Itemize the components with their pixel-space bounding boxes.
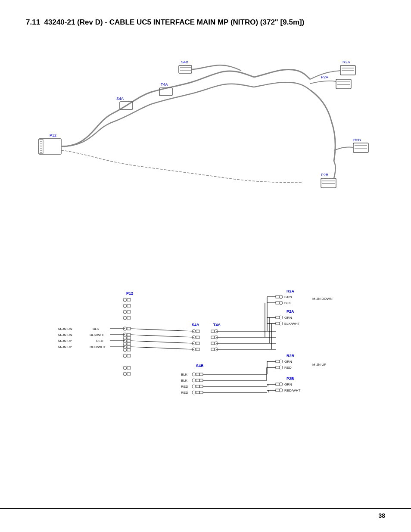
svg-line-93 xyxy=(131,335,194,337)
p12-pin10 xyxy=(123,372,131,376)
s4b-pin1r-sch xyxy=(199,373,203,376)
svg-text:M-JN UP: M-JN UP xyxy=(312,363,326,367)
svg-rect-136 xyxy=(199,373,203,376)
svg-rect-67 xyxy=(127,339,131,342)
svg-text:P2B: P2B xyxy=(286,376,294,381)
svg-rect-81 xyxy=(196,342,199,345)
svg-point-52 xyxy=(123,372,127,376)
svg-rect-127 xyxy=(196,379,199,382)
page-title: 7.11 43240-21 (Rev D) - CABLE UC5 INTERF… xyxy=(26,17,385,28)
svg-text:S4A: S4A xyxy=(192,323,199,327)
svg-rect-101 xyxy=(276,296,279,298)
svg-rect-125 xyxy=(196,373,199,376)
svg-point-128 xyxy=(192,385,196,388)
svg-rect-0 xyxy=(39,139,61,154)
svg-text:GRN: GRN xyxy=(284,383,292,386)
svg-point-156 xyxy=(279,389,283,392)
svg-point-50 xyxy=(123,366,127,370)
svg-rect-103 xyxy=(276,302,279,304)
svg-line-92 xyxy=(131,329,194,331)
svg-rect-88 xyxy=(211,342,215,345)
r2a-pin2-sch xyxy=(276,301,283,305)
svg-point-148 xyxy=(279,366,283,369)
p12-connector: P12 xyxy=(39,133,61,154)
svg-rect-29 xyxy=(321,178,336,188)
svg-rect-139 xyxy=(199,391,203,394)
svg-rect-90 xyxy=(211,348,215,351)
s4b-pin2-sch xyxy=(192,379,199,382)
svg-rect-41 xyxy=(127,317,131,319)
svg-point-126 xyxy=(192,379,196,382)
svg-rect-109 xyxy=(276,316,279,319)
svg-text:GRN: GRN xyxy=(284,316,292,320)
physical-diagram: P12 S4B S4A T4A xyxy=(26,36,385,277)
svg-rect-153 xyxy=(276,383,279,386)
svg-text:S4B: S4B xyxy=(181,60,188,64)
svg-rect-147 xyxy=(276,366,279,369)
svg-text:T4A: T4A xyxy=(213,323,221,327)
svg-point-146 xyxy=(279,360,283,363)
svg-text:M-JN DOWN: M-JN DOWN xyxy=(312,297,333,301)
svg-rect-51 xyxy=(127,367,131,369)
svg-point-102 xyxy=(279,295,283,299)
svg-text:BLK: BLK xyxy=(181,379,188,383)
svg-text:R2B: R2B xyxy=(286,354,295,358)
svg-text:R2A: R2A xyxy=(342,60,350,64)
svg-rect-47 xyxy=(127,348,131,351)
svg-rect-58 xyxy=(127,327,131,330)
svg-text:RED/WHT: RED/WHT xyxy=(284,389,300,392)
svg-rect-49 xyxy=(127,355,131,357)
svg-text:RED: RED xyxy=(284,366,292,370)
p12-pin8 xyxy=(123,354,131,358)
svg-text:GRN: GRN xyxy=(284,360,292,364)
s4b-pin4r-sch xyxy=(199,391,203,394)
svg-text:M-JN DN: M-JN DN xyxy=(58,333,72,337)
svg-text:BLK/WHT: BLK/WHT xyxy=(284,322,300,326)
schematic-diagram: P12 xyxy=(26,282,385,463)
p2a-pin2-sch xyxy=(276,322,283,325)
svg-rect-84 xyxy=(211,330,215,333)
svg-line-94 xyxy=(131,341,194,343)
svg-text:S4B: S4B xyxy=(196,364,204,368)
p12-pin2 xyxy=(123,304,131,308)
svg-text:S4A: S4A xyxy=(116,96,124,101)
svg-point-110 xyxy=(279,316,283,319)
svg-rect-39 xyxy=(127,311,131,313)
svg-text:P2B: P2B xyxy=(321,173,328,177)
svg-rect-155 xyxy=(276,389,279,392)
svg-text:RED/WHT: RED/WHT xyxy=(90,345,106,349)
svg-text:P12: P12 xyxy=(50,133,56,137)
svg-point-104 xyxy=(279,301,283,305)
r2a-pin1-sch xyxy=(276,295,283,299)
p12-pin4 xyxy=(123,316,131,320)
svg-text:BLK/WHT: BLK/WHT xyxy=(90,333,105,337)
svg-point-124 xyxy=(192,373,196,376)
svg-rect-138 xyxy=(199,385,203,388)
s4b-pin1-sch xyxy=(192,373,199,376)
s4b-pin3-sch xyxy=(192,385,199,388)
p12-pin9 xyxy=(123,366,131,370)
svg-text:BLK: BLK xyxy=(93,327,100,331)
svg-text:M-JN UP: M-JN UP xyxy=(58,345,72,349)
svg-text:P12: P12 xyxy=(126,291,133,296)
page-number: 38 xyxy=(378,512,385,519)
svg-text:RED: RED xyxy=(96,339,103,343)
svg-text:P2A: P2A xyxy=(286,309,294,314)
svg-rect-131 xyxy=(196,391,199,394)
svg-rect-9 xyxy=(179,65,192,73)
svg-rect-35 xyxy=(127,299,131,301)
svg-text:GRN: GRN xyxy=(284,295,292,299)
page-container: 7.11 43240-21 (Rev D) - CABLE UC5 INTERF… xyxy=(0,0,411,532)
svg-rect-79 xyxy=(196,336,199,339)
svg-rect-21 xyxy=(336,79,351,89)
svg-rect-25 xyxy=(353,143,368,152)
p2a-connector-diagram: P2A xyxy=(321,75,351,89)
page-footer: 38 xyxy=(0,508,411,519)
svg-rect-86 xyxy=(211,336,215,339)
p12-pin1 xyxy=(123,298,131,302)
svg-point-48 xyxy=(123,354,127,358)
svg-line-95 xyxy=(131,347,194,349)
svg-text:M-JN DN: M-JN DN xyxy=(58,327,72,331)
svg-point-36 xyxy=(123,304,127,308)
svg-rect-145 xyxy=(276,360,279,363)
